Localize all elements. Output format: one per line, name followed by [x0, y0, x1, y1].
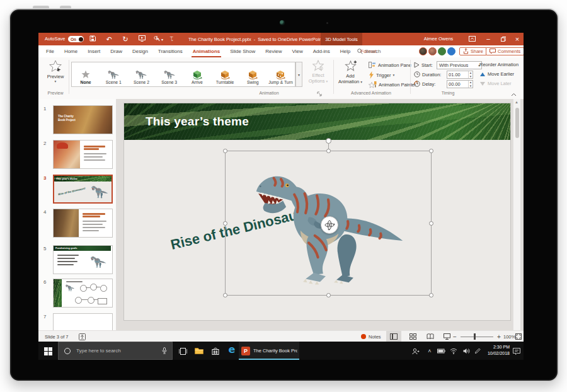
ribbon-display-options-icon[interactable]: [467, 33, 477, 45]
slide-sorter-view-button[interactable]: [405, 331, 420, 342]
collapse-ribbon-icon[interactable]: [511, 93, 517, 96]
avatar[interactable]: [447, 47, 455, 55]
tab-add-ins[interactable]: Add-ins: [312, 45, 331, 57]
slide-thumbnail-3-selected[interactable]: This year’s theme Rise of the Dinosaurs!: [53, 175, 113, 204]
tab-transitions[interactable]: Transitions: [157, 45, 184, 57]
accessibility-checker-icon[interactable]: [79, 331, 86, 342]
tab-draw[interactable]: Draw: [109, 45, 123, 57]
taskbar-search[interactable]: [58, 342, 173, 360]
edge-browser-icon[interactable]: e: [227, 345, 236, 354]
touch-mode-icon[interactable]: [153, 35, 161, 43]
redo-icon[interactable]: ↻: [122, 35, 129, 43]
animation-painter-button[interactable]: Animation Painter: [369, 81, 416, 88]
animation-pane-button[interactable]: Animation Pane: [369, 62, 411, 68]
taskbar-clock[interactable]: 2:30 PM 10/02/2018: [482, 344, 510, 357]
delay-field[interactable]: ▲▼: [447, 80, 473, 88]
slide-thumbnail-2[interactable]: [53, 140, 113, 169]
scrollbar-thumb[interactable]: [515, 108, 519, 138]
tab-design[interactable]: Design: [131, 45, 149, 57]
zoom-out-button[interactable]: −: [453, 331, 457, 342]
notes-button[interactable]: Notes: [361, 331, 381, 342]
close-button[interactable]: ×: [512, 33, 522, 45]
trigger-button[interactable]: Trigger ▾: [369, 71, 394, 79]
move-earlier-button[interactable]: Move Earlier: [479, 71, 514, 77]
slideshow-view-button[interactable]: [439, 331, 454, 342]
avatar[interactable]: [428, 47, 437, 55]
battery-icon[interactable]: [437, 347, 445, 355]
autosave-toggle[interactable]: On: [68, 36, 84, 42]
gallery-item-scene-3[interactable]: Scene 3: [156, 62, 183, 86]
zoom-in-button[interactable]: +: [497, 331, 501, 342]
show-hidden-icons-chevron[interactable]: ˄: [425, 347, 434, 355]
avatar[interactable]: [419, 47, 427, 55]
add-animation-button[interactable]: Add Animation ▾: [336, 60, 365, 84]
dialog-launcher-icon[interactable]: [317, 91, 322, 96]
tab-slide-show[interactable]: Slide Show: [229, 45, 256, 57]
search-input[interactable]: [75, 347, 162, 354]
minimize-button[interactable]: –: [483, 33, 493, 45]
tab-help[interactable]: Help: [339, 45, 352, 57]
share-button[interactable]: Share: [459, 47, 487, 55]
start-from-beginning-icon[interactable]: [138, 35, 146, 43]
rotate-handle[interactable]: [326, 138, 331, 144]
powerpoint-taskbar-item[interactable]: P The Charity Book Proj...: [239, 342, 299, 360]
gallery-item-arrive[interactable]: Arrive: [183, 62, 211, 86]
vertical-scrollbar[interactable]: ▲: [513, 99, 520, 330]
gallery-item-jump-turn[interactable]: Jump & Turn: [266, 62, 294, 86]
slide-title-banner[interactable]: This year’s theme: [124, 103, 510, 140]
contextual-tab-3d-model-tools[interactable]: 3D Model Tools: [321, 33, 362, 45]
tab-home[interactable]: Home: [63, 45, 79, 57]
duration-field[interactable]: ▲▼: [447, 71, 473, 79]
zoom-level[interactable]: 100%: [503, 331, 515, 342]
avatar[interactable]: [438, 47, 446, 55]
comments-button[interactable]: Comments: [486, 47, 524, 55]
slide-thumbnail-6[interactable]: [53, 279, 113, 308]
3d-rotate-control[interactable]: [321, 216, 338, 234]
tab-insert[interactable]: Insert: [86, 45, 101, 57]
start-dropdown[interactable]: With Previous ▾: [437, 61, 482, 69]
gallery-item-swing[interactable]: Swing: [239, 62, 266, 86]
resize-handle-e[interactable]: [429, 221, 433, 226]
tab-review[interactable]: Review: [264, 45, 283, 57]
preview-button[interactable]: Preview ▾: [43, 60, 67, 83]
wifi-icon[interactable]: [449, 347, 458, 355]
microphone-icon[interactable]: [162, 347, 167, 354]
touch-mode-caret[interactable]: ▾: [161, 37, 163, 42]
resize-handle-ne[interactable]: [429, 149, 433, 153]
gallery-item-none[interactable]: None: [72, 62, 100, 86]
reading-view-button[interactable]: [423, 331, 438, 342]
undo-icon[interactable]: ↶: [105, 35, 113, 43]
windows-start-button[interactable]: [43, 347, 52, 355]
delay-input[interactable]: [447, 81, 468, 87]
slide-thumbnail-1[interactable]: The Charity Book Project: [53, 105, 113, 134]
duration-input[interactable]: [447, 72, 468, 78]
people-icon[interactable]: [411, 347, 420, 355]
slide-thumbnail-7[interactable]: [53, 313, 113, 330]
delay-spinner[interactable]: ▲▼: [468, 81, 472, 88]
slide-thumbnail-4[interactable]: [53, 209, 113, 238]
scroll-up-arrow[interactable]: ▲: [515, 100, 518, 104]
file-explorer-icon[interactable]: [195, 347, 203, 355]
save-icon[interactable]: [89, 35, 96, 43]
action-center-icon[interactable]: [512, 347, 521, 355]
zoom-slider-track[interactable]: [461, 337, 493, 337]
tab-file[interactable]: File: [45, 45, 55, 57]
resize-handle-nw[interactable]: [223, 149, 227, 153]
resize-handle-s[interactable]: [326, 293, 331, 297]
gallery-item-scene-2[interactable]: Scene 2: [127, 62, 155, 86]
tab-animations[interactable]: Animations: [192, 45, 222, 57]
ribbon-search[interactable]: Search: [357, 45, 381, 57]
restore-button[interactable]: [498, 33, 508, 45]
zoom-slider-knob[interactable]: [474, 333, 476, 340]
gallery-more-button[interactable]: ▾: [295, 62, 302, 87]
fit-to-window-icon[interactable]: [515, 331, 522, 342]
resize-handle-n[interactable]: [326, 149, 331, 153]
gallery-item-turntable[interactable]: Turntable: [211, 62, 239, 86]
normal-view-button[interactable]: [386, 331, 401, 342]
resize-handle-sw[interactable]: [223, 293, 227, 297]
duration-spinner[interactable]: ▲▼: [468, 71, 472, 78]
resize-handle-w[interactable]: [223, 221, 227, 226]
task-view-button[interactable]: [178, 347, 187, 355]
slide-thumbnail-5[interactable]: Fundraising goals: [53, 245, 113, 274]
pen-icon[interactable]: [473, 347, 482, 355]
